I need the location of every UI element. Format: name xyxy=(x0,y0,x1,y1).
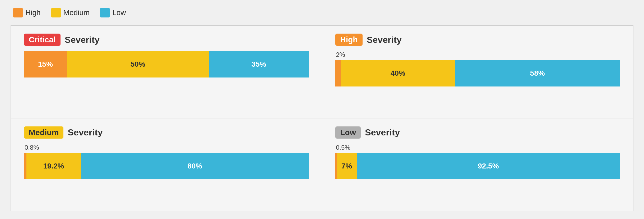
bar-wrapper-low: 0.5%7%92.5% xyxy=(335,144,620,179)
severity-badge-medium: Medium xyxy=(24,126,63,139)
bar-wrapper-high: 2%40%58% xyxy=(335,51,620,86)
legend-label-high: High xyxy=(25,8,41,17)
severity-word-critical: Severity xyxy=(65,35,100,45)
severity-word-low: Severity xyxy=(365,127,400,138)
small-label-high: 2% xyxy=(335,51,620,58)
bar-segment-low-2: 92.5% xyxy=(357,153,620,179)
chart-title-low: LowSeverity xyxy=(335,126,620,139)
bar-wrapper-critical: 15%50%35% xyxy=(24,51,309,77)
chart-high: HighSeverity2%40%58% xyxy=(322,26,633,118)
bar-segment-medium-2: 80% xyxy=(81,153,309,179)
legend-item-medium: Medium xyxy=(51,8,90,17)
legend-swatch-low xyxy=(100,8,110,17)
severity-badge-high: High xyxy=(335,34,363,46)
bar-segment-high-2: 58% xyxy=(455,60,620,86)
bar-segment-critical-2: 35% xyxy=(209,51,309,77)
severity-word-high: Severity xyxy=(367,35,402,45)
bar-segment-critical-0: 15% xyxy=(24,51,67,77)
bar-segment-low-1: 7% xyxy=(337,153,356,179)
chart-low: LowSeverity0.5%7%92.5% xyxy=(322,118,633,211)
charts-grid: CriticalSeverity15%50%35%HighSeverity2%4… xyxy=(11,25,633,211)
severity-badge-critical: Critical xyxy=(24,34,61,46)
bar-segment-high-0 xyxy=(335,60,341,86)
legend: HighMediumLow xyxy=(11,8,633,17)
bar-segment-medium-0 xyxy=(24,153,26,179)
legend-label-low: Low xyxy=(112,8,126,17)
chart-title-critical: CriticalSeverity xyxy=(24,34,309,46)
chart-medium: MediumSeverity0.8%19.2%80% xyxy=(11,118,322,211)
bar-segment-high-1: 40% xyxy=(341,60,455,86)
chart-title-medium: MediumSeverity xyxy=(24,126,309,139)
bar-segment-medium-1: 19.2% xyxy=(26,153,81,179)
legend-item-high: High xyxy=(13,8,41,17)
bar-wrapper-medium: 0.8%19.2%80% xyxy=(24,144,309,179)
bar-medium: 19.2%80% xyxy=(24,153,309,179)
bar-low: 7%92.5% xyxy=(335,153,620,179)
small-label-low: 0.5% xyxy=(335,144,620,151)
chart-critical: CriticalSeverity15%50%35% xyxy=(11,26,322,118)
bar-high: 40%58% xyxy=(335,60,620,86)
severity-word-medium: Severity xyxy=(68,127,103,138)
chart-title-high: HighSeverity xyxy=(335,34,620,46)
small-label-medium: 0.8% xyxy=(24,144,309,151)
bar-segment-critical-1: 50% xyxy=(67,51,209,77)
legend-label-medium: Medium xyxy=(63,8,90,17)
severity-badge-low: Low xyxy=(335,126,361,139)
legend-swatch-high xyxy=(13,8,23,17)
legend-item-low: Low xyxy=(100,8,126,17)
legend-swatch-medium xyxy=(51,8,61,17)
bar-critical: 15%50%35% xyxy=(24,51,309,77)
